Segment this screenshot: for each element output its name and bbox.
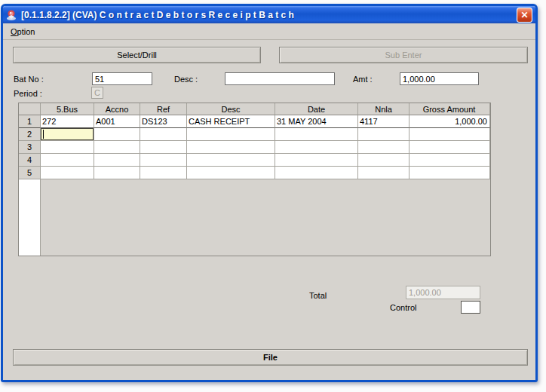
- desc-label: Desc :: [174, 75, 198, 84]
- select-drill-button[interactable]: Select/Drill: [13, 47, 261, 63]
- cell-nnla[interactable]: [358, 141, 410, 154]
- grid-filler: [41, 179, 490, 256]
- menu-option[interactable]: Option: [5, 25, 40, 38]
- cell-accno[interactable]: [94, 128, 140, 141]
- table-row: 5: [19, 167, 490, 179]
- menu-option-rest: ption: [17, 27, 35, 36]
- cell-ref[interactable]: DS123: [140, 115, 187, 128]
- table-row: 3: [19, 141, 490, 154]
- cell-date[interactable]: [275, 128, 358, 141]
- total-field[interactable]: [406, 286, 480, 299]
- cell-ref[interactable]: [140, 141, 187, 154]
- amt-field[interactable]: [400, 72, 479, 85]
- col-header-sbus: 5.Bus: [41, 103, 94, 115]
- row-header-filler: [19, 179, 41, 256]
- menu-option-accel: O: [11, 27, 17, 36]
- menubar: Option: [3, 23, 535, 40]
- row-header[interactable]: 1: [19, 115, 41, 128]
- cell-ref[interactable]: [140, 154, 187, 167]
- table-row: 2: [19, 128, 490, 141]
- cell-desc[interactable]: [187, 128, 275, 141]
- close-icon: ✕: [520, 10, 528, 20]
- col-header-date: Date: [275, 103, 358, 115]
- bat-no-label: Bat No :: [14, 75, 44, 84]
- cell-date[interactable]: [275, 154, 358, 167]
- cell-nnla[interactable]: [358, 128, 410, 141]
- col-header-nnla: Nnla: [358, 103, 410, 115]
- cell-ref[interactable]: [140, 167, 187, 179]
- row-header[interactable]: 2: [19, 128, 41, 141]
- close-button[interactable]: ✕: [517, 8, 532, 23]
- col-header-desc: Desc: [187, 103, 275, 115]
- cell-accno[interactable]: [94, 167, 140, 179]
- cell-gross-amount[interactable]: [410, 167, 490, 179]
- table-header-row: 5.Bus Accno Ref Desc Date Nnla Gross Amo…: [19, 103, 490, 115]
- app-window: [0.1.1.8.2.2] (CVA) C o n t r a c t D e …: [1, 4, 538, 382]
- cell-nnla[interactable]: 4117: [358, 115, 410, 128]
- cell-accno[interactable]: [94, 154, 140, 167]
- cell-gross-amount[interactable]: [410, 141, 490, 154]
- cell-nnla[interactable]: [358, 154, 410, 167]
- period-field[interactable]: C: [91, 87, 103, 99]
- col-header-ref: Ref: [140, 103, 187, 115]
- period-label: Period :: [14, 89, 42, 98]
- table-row: 1 272 A001 DS123 CASH RECEIPT 31 MAY 200…: [19, 115, 490, 128]
- cell-gross-amount[interactable]: [410, 128, 490, 141]
- window-title: [0.1.1.8.2.2] (CVA) C o n t r a c t D e …: [21, 10, 294, 20]
- table-empty-area: [19, 179, 490, 256]
- cell-sbus[interactable]: 272: [41, 115, 94, 128]
- cell-ref[interactable]: [140, 128, 187, 141]
- cell-gross-amount[interactable]: 1,000.00: [410, 115, 490, 128]
- amt-label: Amt :: [353, 75, 373, 84]
- cell-date[interactable]: [275, 141, 358, 154]
- cell-desc[interactable]: [187, 154, 275, 167]
- cell-desc[interactable]: CASH RECEIPT: [187, 115, 275, 128]
- cell-desc[interactable]: [187, 141, 275, 154]
- row-header[interactable]: 4: [19, 154, 41, 167]
- cell-date[interactable]: [275, 167, 358, 179]
- active-cell-sbus[interactable]: [41, 128, 94, 141]
- table-row: 4: [19, 154, 490, 167]
- col-header-accno: Accno: [94, 103, 140, 115]
- cell-sbus[interactable]: [41, 141, 94, 154]
- bat-no-field[interactable]: [92, 72, 152, 85]
- col-header-gross-amount: Gross Amount: [410, 103, 490, 115]
- control-field[interactable]: [461, 301, 480, 314]
- cell-accno[interactable]: [94, 141, 140, 154]
- batch-table: 5.Bus Accno Ref Desc Date Nnla Gross Amo…: [18, 103, 491, 256]
- sub-enter-button[interactable]: Sub Enter: [279, 47, 528, 63]
- desc-field[interactable]: [225, 72, 335, 85]
- cell-date[interactable]: 31 MAY 2004: [275, 115, 358, 128]
- app-icon: [5, 9, 17, 21]
- cell-sbus[interactable]: [41, 167, 94, 179]
- total-label: Total: [309, 291, 327, 300]
- row-header[interactable]: 3: [19, 141, 41, 154]
- cell-sbus[interactable]: [41, 154, 94, 167]
- cell-desc[interactable]: [187, 167, 275, 179]
- cell-nnla[interactable]: [358, 167, 410, 179]
- titlebar[interactable]: [0.1.1.8.2.2] (CVA) C o n t r a c t D e …: [3, 6, 535, 23]
- control-label: Control: [390, 303, 416, 312]
- cell-accno[interactable]: A001: [94, 115, 140, 128]
- file-button[interactable]: File: [13, 349, 528, 366]
- row-header[interactable]: 5: [19, 167, 41, 179]
- cell-gross-amount[interactable]: [410, 154, 490, 167]
- col-header-corner: [19, 103, 41, 115]
